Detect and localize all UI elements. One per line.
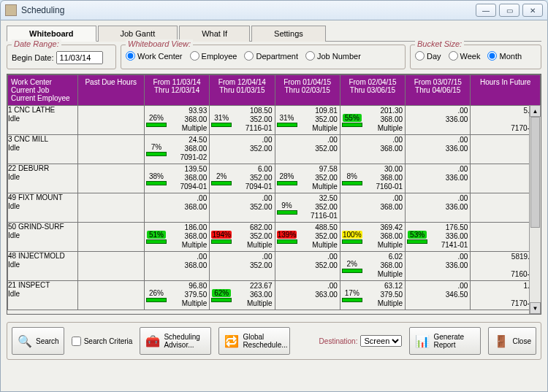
- whiteboard-view-legend: Whiteboard View:: [126, 39, 193, 48]
- cell-past-due: [77, 106, 144, 135]
- vertical-scrollbar[interactable]: ▲ ▼: [529, 105, 541, 314]
- tab-settings[interactable]: Settings: [251, 26, 326, 42]
- cell-bucket-0: 26%96.80379.50Multiple: [144, 281, 209, 310]
- cell-past-due: [77, 281, 144, 310]
- cell-past-due: [77, 135, 144, 164]
- advisor-icon: 🧰: [145, 333, 161, 349]
- search-button[interactable]: 🔍 Search: [12, 327, 64, 355]
- search-criteria-checkbox[interactable]: Search Criteria: [72, 337, 133, 346]
- cell-bucket-2: 139%488.50352.00Multiple: [275, 223, 340, 252]
- radio-employee[interactable]: Employee: [190, 51, 237, 61]
- scheduling-advisor-button[interactable]: 🧰 Scheduling Advisor...: [140, 327, 211, 355]
- scroll-up-button[interactable]: ▲: [530, 105, 541, 117]
- table-row[interactable]: 49 FIXT MOUNTIdle .00368.00 .00352.00 9%…: [8, 193, 541, 223]
- maximize-button[interactable]: ▭: [499, 4, 520, 17]
- cell-bucket-1: 62%223.67363.00Multiple: [210, 281, 275, 310]
- radio-day[interactable]: Day: [415, 51, 441, 61]
- binoculars-icon: 🔍: [17, 333, 33, 349]
- col-header-row: Work CenterCurrent JobCurrent Employee: [8, 75, 78, 106]
- cell-past-due: [77, 252, 144, 281]
- cell-bucket-2: .00352.00: [275, 252, 340, 281]
- date-range-legend: Date Range:: [12, 39, 61, 48]
- bucket-size-legend: Bucket Size:: [415, 39, 464, 48]
- close-window-button[interactable]: ✕: [522, 4, 543, 17]
- row-header: 50 GRIND-SURFIdle: [8, 223, 78, 252]
- cell-bucket-1: .00352.00: [210, 135, 275, 164]
- close-button[interactable]: 🚪 Close: [488, 327, 536, 355]
- cell-bucket-1: 2%6.00352.007094-01: [210, 164, 275, 193]
- radio-work-center[interactable]: Work Center: [126, 51, 183, 61]
- cell-bucket-4: .00336.00: [406, 106, 471, 135]
- whiteboard-view-fieldset: Whiteboard View: Work CenterEmployeeDepa…: [121, 45, 406, 69]
- cell-bucket-4: .00336.00: [406, 135, 471, 164]
- cell-bucket-1: 31%108.50352.007116-01: [210, 106, 275, 135]
- row-header: 22 DEBURRIdle: [8, 164, 78, 193]
- row-header: 21 INSPECTIdle: [8, 281, 78, 310]
- destination-label: Destination:: [319, 337, 358, 345]
- cell-bucket-0: 38%139.50368.007094-01: [144, 164, 209, 193]
- col-header-bucket-3: From 02/04/15Thru 03/06/15: [340, 75, 405, 106]
- begin-date-label: Begin Date:: [12, 53, 53, 62]
- bottom-toolbar: 🔍 Search Search Criteria 🧰 Scheduling Ad…: [7, 322, 541, 360]
- cell-bucket-4: .00336.00: [406, 252, 471, 281]
- cell-bucket-3: 8%30.00368.007160-01: [340, 164, 405, 193]
- col-header-past-due: Past Due Hours: [77, 75, 144, 106]
- cell-bucket-3: 2%6.02368.00Multiple: [340, 252, 405, 281]
- cell-bucket-1: .00352.00: [210, 193, 275, 223]
- radio-month[interactable]: Month: [487, 51, 522, 61]
- scheduling-grid: Work CenterCurrent JobCurrent EmployeePa…: [7, 74, 541, 315]
- date-range-fieldset: Date Range: Begin Date:: [7, 45, 116, 69]
- cell-bucket-1: .00352.00: [210, 252, 275, 281]
- cell-bucket-3: 55%201.30368.00Multiple: [340, 106, 405, 135]
- cell-bucket-4: .00336.00: [406, 193, 471, 223]
- row-header: 3 CNC MILLIdle: [8, 135, 78, 164]
- cell-bucket-0: 7%24.50368.007091-02: [144, 135, 209, 164]
- cell-past-due: [77, 164, 144, 193]
- cell-bucket-4: .00336.00: [406, 164, 471, 193]
- table-row[interactable]: 22 DEBURRIdle 38%139.50368.007094-012%6.…: [8, 164, 541, 193]
- cell-bucket-3: 100%369.42368.00Multiple: [340, 223, 405, 252]
- destination-select[interactable]: Screen: [360, 335, 402, 347]
- table-row[interactable]: 1 CNC LATHEIdle 26%93.93368.00Multiple31…: [8, 106, 541, 135]
- window-title: Scheduling: [21, 5, 473, 15]
- minimize-button[interactable]: —: [476, 4, 496, 17]
- global-reschedule-button[interactable]: 🔁 Global Reschedule...: [218, 327, 290, 355]
- radio-week[interactable]: Week: [449, 51, 481, 61]
- row-header: 1 CNC LATHEIdle: [8, 106, 78, 135]
- cell-bucket-4: .00346.50: [406, 281, 471, 310]
- scroll-thumb[interactable]: [530, 117, 540, 228]
- cell-bucket-2: .00363.00: [275, 281, 340, 310]
- cell-bucket-3: 17%63.12379.50Multiple: [340, 281, 405, 310]
- cell-bucket-0: 26%93.93368.00Multiple: [144, 106, 209, 135]
- table-row[interactable]: 21 INSPECTIdle 26%96.80379.50Multiple62%…: [8, 281, 541, 310]
- col-header-future: Hours In Future: [471, 75, 541, 106]
- scroll-down-button[interactable]: ▼: [530, 302, 541, 314]
- cell-bucket-3: .00368.00: [340, 135, 405, 164]
- table-row[interactable]: 48 INJECTMOLDIdle .00368.00 .00352.00 .0…: [8, 252, 541, 281]
- col-header-bucket-0: From 11/03/14Thru 12/03/14: [144, 75, 209, 106]
- report-icon: 📊: [414, 333, 430, 349]
- exit-icon: 🚪: [493, 333, 509, 349]
- col-header-bucket-4: From 03/07/15Thru 04/06/15: [406, 75, 471, 106]
- cell-bucket-4: 53%176.50336.007141-01: [406, 223, 471, 252]
- cell-bucket-2: 28%97.58352.00Multiple: [275, 164, 340, 193]
- begin-date-input[interactable]: [56, 51, 103, 64]
- app-icon: [5, 4, 17, 16]
- cell-past-due: [77, 223, 144, 252]
- cell-bucket-0: .00368.00: [144, 193, 209, 223]
- row-header: 48 INJECTMOLDIdle: [8, 252, 78, 281]
- table-row[interactable]: 50 GRIND-SURFIdle 51%186.00368.00Multipl…: [8, 223, 541, 252]
- bucket-size-fieldset: Bucket Size: DayWeekMonth: [410, 45, 541, 69]
- radio-department[interactable]: Department: [244, 51, 297, 61]
- col-header-bucket-2: From 01/04/15Thru 02/03/15: [275, 75, 340, 106]
- cell-bucket-1: 194%682.00352.00Multiple: [210, 223, 275, 252]
- col-header-bucket-1: From 12/04/14Thru 01/03/15: [210, 75, 275, 106]
- cell-bucket-3: .00368.00: [340, 193, 405, 223]
- table-row[interactable]: 3 CNC MILLIdle 7%24.50368.007091-02.0035…: [8, 135, 541, 164]
- cell-bucket-2: .00352.00: [275, 135, 340, 164]
- titlebar: Scheduling — ▭ ✕: [0, 0, 548, 20]
- cell-bucket-0: .00368.00: [144, 252, 209, 281]
- radio-job-number[interactable]: Job Number: [305, 51, 361, 61]
- generate-report-button[interactable]: 📊 Generate Report: [409, 327, 481, 355]
- cell-bucket-2: 9%32.50352.007116-01: [275, 193, 340, 223]
